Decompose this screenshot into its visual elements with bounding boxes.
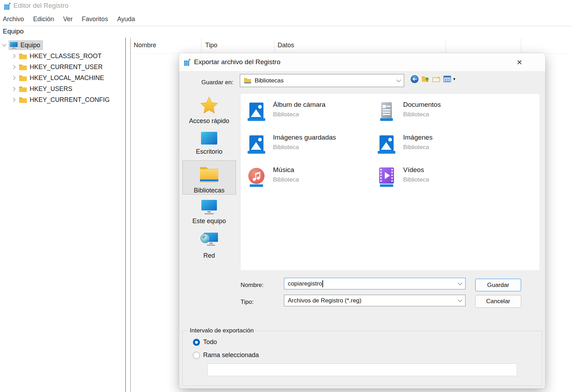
chevron-right-icon[interactable] — [11, 98, 15, 102]
file-item-imagenes-guardadas[interactable]: Imágenes guardadas Biblioteca — [246, 132, 370, 157]
file-item-musica[interactable]: Música Biblioteca — [246, 165, 370, 189]
menu-archivo[interactable]: Archivo — [3, 16, 24, 23]
place-escritorio[interactable]: Escritorio — [182, 130, 236, 155]
file-name[interactable]: Imágenes — [403, 134, 432, 141]
file-type-combobox[interactable]: Archivos de Registro (*.reg) — [284, 295, 466, 306]
save-in-combobox[interactable]: Bibliotecas — [240, 74, 404, 87]
file-type: Biblioteca — [403, 111, 429, 118]
tree-label[interactable]: HKEY_LOCAL_MACHINE — [30, 74, 104, 82]
chevron-right-icon[interactable] — [11, 87, 15, 91]
tree-item-hkey-current-user[interactable]: HKEY_CURRENT_USER — [0, 62, 103, 72]
tree-item-hkey-local-machine[interactable]: HKEY_LOCAL_MACHINE — [0, 73, 104, 83]
menu-edicion[interactable]: Edición — [33, 16, 54, 23]
tree-item-hkey-users[interactable]: HKEY_USERS — [0, 84, 72, 94]
file-item-documentos[interactable]: Documentos Biblioteca — [376, 99, 500, 124]
place-acceso-rapido[interactable]: Acceso rápido — [182, 95, 236, 125]
cancel-button-label[interactable]: Cancelar — [486, 298, 510, 305]
save-in-value: Bibliotecas — [255, 77, 397, 84]
view-menu-icon[interactable] — [443, 75, 451, 83]
file-name[interactable]: Música — [273, 166, 294, 174]
tree-label[interactable]: HKEY_USERS — [30, 85, 72, 93]
file-item-imagenes[interactable]: Imágenes Biblioteca — [376, 132, 500, 157]
tree-item-equipo[interactable]: Equipo — [2, 40, 43, 50]
file-item-album-de-camara[interactable]: Álbum de cámara Biblioteca — [246, 99, 370, 124]
views-dropdown-caret-icon[interactable]: ▾ — [453, 76, 455, 81]
column-divider[interactable] — [521, 38, 521, 53]
radio-selected-icon[interactable] — [193, 339, 200, 346]
panel-splitter[interactable] — [127, 38, 131, 392]
selected-branch-option[interactable]: Rama seleccionada — [193, 351, 259, 359]
export-all-option[interactable]: Todo — [193, 338, 217, 346]
place-red[interactable]: Red — [182, 230, 236, 259]
file-name-value[interactable]: copiaregistro — [288, 280, 322, 287]
selected-branch-input[interactable] — [207, 363, 517, 376]
window-titlebar: Editor del Registro — [0, 0, 571, 13]
cancel-button[interactable]: Cancelar — [475, 295, 521, 308]
file-name[interactable]: Imágenes guardadas — [273, 134, 336, 141]
export-all-label[interactable]: Todo — [203, 338, 217, 346]
tree-selection-highlight[interactable]: Equipo — [8, 40, 43, 50]
file-type: Biblioteca — [273, 111, 299, 118]
place-label[interactable]: Este equipo — [182, 218, 236, 225]
place-label[interactable]: Acceso rápido — [182, 117, 236, 125]
folder-icon — [18, 63, 28, 71]
place-este-equipo[interactable]: Este equipo — [182, 198, 236, 225]
file-name-input[interactable]: copiaregistro — [284, 278, 466, 289]
export-registry-dialog: Exportar archivo del Registro ✕ Guardar … — [179, 53, 545, 388]
text-cursor — [322, 280, 323, 287]
file-name[interactable]: Álbum de cámara — [273, 101, 326, 109]
menu-ayuda[interactable]: Ayuda — [117, 16, 135, 23]
place-label[interactable]: Escritorio — [182, 148, 236, 155]
selected-branch-label[interactable]: Rama seleccionada — [203, 351, 259, 359]
file-name[interactable]: Vídeos — [403, 166, 424, 174]
export-range-groupbox: Intervalo de exportación Todo Rama selec… — [182, 331, 542, 386]
chevron-down-icon[interactable] — [458, 281, 462, 285]
save-button-label[interactable]: Guardar — [487, 282, 509, 289]
file-list[interactable]: Álbum de cámara Biblioteca Documentos — [240, 93, 540, 271]
place-label[interactable]: Bibliotecas — [183, 187, 236, 194]
save-button[interactable]: Guardar — [475, 278, 521, 292]
place-bibliotecas[interactable]: Bibliotecas — [182, 160, 236, 195]
registry-tree-panel: Equipo HKEY_CLASSES_ROOT HKEY_CURRENT_US… — [0, 38, 126, 392]
chevron-down-icon[interactable] — [396, 78, 401, 82]
computer-icon — [9, 41, 18, 49]
tree-label[interactable]: HKEY_CLASSES_ROOT — [30, 53, 102, 60]
dialog-toolbar: ▾ — [410, 75, 455, 83]
address-bar[interactable]: Equipo — [0, 26, 571, 38]
dialog-titlebar: Exportar archivo del Registro ✕ — [179, 53, 545, 72]
chevron-down-icon[interactable] — [2, 42, 6, 46]
column-divider[interactable] — [445, 38, 446, 53]
new-folder-icon[interactable] — [432, 75, 441, 83]
address-path[interactable]: Equipo — [3, 27, 24, 35]
column-divider[interactable] — [274, 38, 275, 53]
place-label[interactable]: Red — [182, 252, 236, 259]
tree-label[interactable]: Equipo — [20, 42, 40, 49]
tree-label[interactable]: HKEY_CURRENT_USER — [30, 63, 103, 71]
documents-library-icon — [376, 99, 397, 123]
chevron-down-icon[interactable] — [458, 298, 462, 302]
up-one-level-icon[interactable] — [421, 75, 430, 83]
tree-item-hkey-classes-root[interactable]: HKEY_CLASSES_ROOT — [0, 51, 102, 61]
list-column-header: Nombre Tipo Datos — [132, 38, 571, 54]
file-name[interactable]: Documentos — [403, 101, 441, 109]
star-icon — [182, 95, 236, 116]
chevron-right-icon[interactable] — [11, 54, 15, 58]
file-item-videos[interactable]: Vídeos Biblioteca — [376, 165, 500, 189]
music-library-icon — [246, 165, 267, 189]
save-in-label: Guardar en: — [201, 79, 233, 86]
back-icon[interactable] — [410, 75, 419, 83]
menu-favoritos[interactable]: Favoritos — [82, 16, 108, 23]
desktop-icon — [182, 130, 236, 147]
close-icon[interactable]: ✕ — [514, 57, 525, 68]
tree-label[interactable]: HKEY_CURRENT_CONFIG — [30, 96, 110, 104]
chevron-right-icon[interactable] — [11, 76, 15, 80]
tree-item-hkey-current-config[interactable]: HKEY_CURRENT_CONFIG — [0, 94, 110, 105]
column-nombre[interactable]: Nombre — [134, 42, 156, 49]
column-tipo[interactable]: Tipo — [205, 42, 217, 49]
column-divider[interactable] — [201, 38, 201, 53]
this-pc-icon — [182, 198, 236, 216]
column-datos[interactable]: Datos — [278, 42, 294, 49]
menu-ver[interactable]: Ver — [63, 16, 73, 23]
radio-unselected-icon[interactable] — [193, 352, 200, 359]
chevron-right-icon[interactable] — [11, 65, 15, 69]
